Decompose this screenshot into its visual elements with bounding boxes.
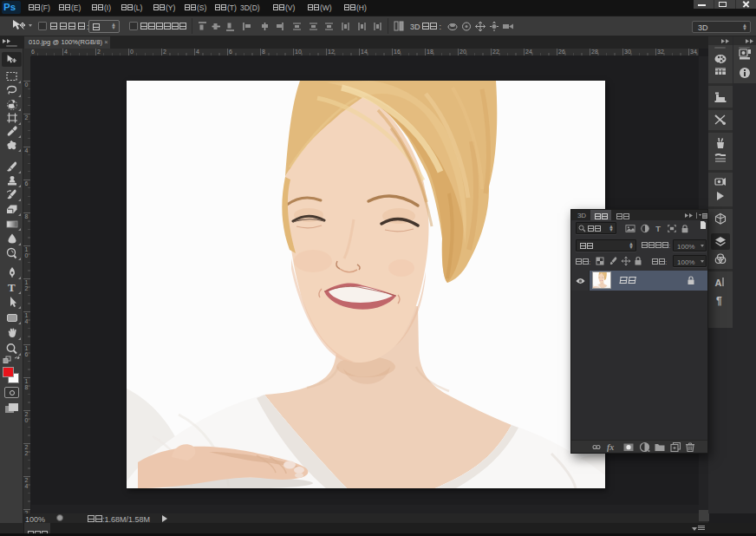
svg-text:T: T xyxy=(8,281,16,293)
svg-text:T: T xyxy=(655,225,661,233)
svg-text:¶: ¶ xyxy=(716,295,722,306)
svg-text:fx: fx xyxy=(607,442,614,452)
svg-text:A: A xyxy=(715,278,722,288)
